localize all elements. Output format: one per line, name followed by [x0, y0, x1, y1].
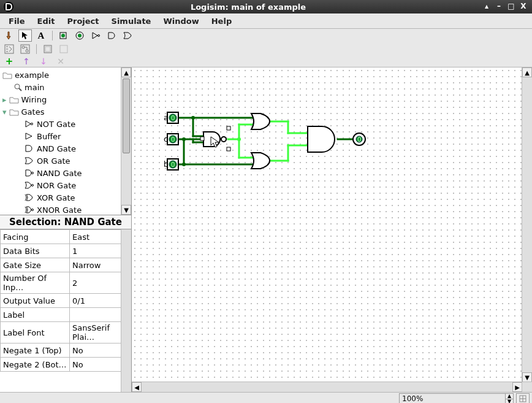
menu-project[interactable]: Project [61, 15, 105, 27]
add-circuit-button[interactable]: + [2, 55, 16, 67]
view-tree-icon[interactable] [2, 43, 16, 55]
menu-file[interactable]: File [2, 15, 31, 27]
tree-gate-xnor[interactable]: XNOR Gate [0, 204, 121, 215]
prop-value[interactable]: SansSerif Plai… [70, 322, 121, 344]
tree-circuit-main[interactable]: main [0, 81, 121, 93]
zoom-value[interactable]: 100% [400, 394, 505, 403]
prop-row[interactable]: FacingEast [1, 230, 121, 244]
tree-gate-xor[interactable]: XOR Gate [0, 191, 121, 204]
input-pin-b[interactable]: b 0 [164, 159, 178, 170]
window-maximize-button[interactable]: □ [506, 2, 516, 12]
prop-row[interactable]: Data Bits1 [1, 244, 121, 258]
prop-value[interactable]: 0/1 [70, 294, 121, 308]
edit-circuit-appearance-icon[interactable] [57, 43, 70, 55]
menu-help[interactable]: Help [205, 15, 238, 27]
text-tool-icon[interactable]: A [34, 29, 48, 42]
tree-scrollbar[interactable]: ▲ ▼ [121, 67, 131, 215]
output-pin-icon[interactable] [73, 29, 86, 42]
or-gate-icon[interactable] [121, 29, 134, 42]
svg-text:0: 0 [171, 161, 175, 168]
prop-value[interactable]: 1 [70, 244, 121, 258]
window-close-button[interactable]: X [519, 2, 528, 12]
scroll-up-icon[interactable]: ▲ [121, 67, 131, 77]
zoom-grid-icon[interactable] [516, 393, 530, 403]
prop-name: Data Bits [1, 244, 70, 258]
zoom-spinner[interactable]: 100% ▲ ▼ [399, 393, 514, 403]
select-tool-icon[interactable] [18, 29, 32, 42]
tree-gates[interactable]: ▾ Gates [0, 106, 121, 118]
scroll-down-icon[interactable]: ▼ [522, 372, 532, 382]
tree-gates-label: Gates [21, 107, 45, 117]
properties-scrollbar[interactable] [121, 229, 131, 392]
scroll-left-icon[interactable]: ◀ [132, 382, 142, 392]
scroll-down-icon[interactable]: ▼ [121, 205, 131, 215]
prop-row[interactable]: Label FontSansSerif Plai… [1, 322, 121, 344]
prop-name: Label Font [1, 322, 70, 344]
and-gate-icon[interactable] [105, 29, 118, 42]
prop-row[interactable]: Output Value0/1 [1, 294, 121, 308]
window-minimize-button[interactable]: – [494, 2, 504, 12]
circuit-canvas[interactable]: a 0 c 0 b 0 [132, 67, 522, 382]
input-pin-icon[interactable] [57, 29, 70, 42]
menu-simulate[interactable]: Simulate [105, 15, 158, 27]
nand-gate-component[interactable] [200, 126, 230, 151]
prop-value[interactable]: No [70, 358, 121, 372]
svg-point-16 [32, 185, 34, 186]
edit-circuit-layout-icon[interactable] [41, 43, 55, 55]
selection-handle[interactable] [227, 126, 230, 130]
menu-edit[interactable]: Edit [31, 15, 61, 27]
properties-panel: FacingEast Data Bits1 Gate SizeNarrow Nu… [0, 229, 131, 392]
prop-row[interactable]: Gate SizeNarrow [1, 258, 121, 272]
poke-tool-icon[interactable] [2, 29, 16, 42]
canvas-scrollbar-horizontal[interactable]: ◀ ▶ [132, 382, 522, 392]
prop-value[interactable]: No [70, 344, 121, 358]
menu-window[interactable]: Window [157, 15, 205, 27]
scroll-thumb[interactable] [123, 79, 130, 153]
window-shade-button[interactable]: ▴ [482, 2, 492, 12]
scroll-right-icon[interactable]: ▶ [512, 382, 522, 392]
prop-row[interactable]: Number Of Inp…2 [1, 272, 121, 294]
not-gate-icon[interactable] [89, 29, 102, 42]
or-gate-top-component[interactable] [251, 113, 270, 129]
main-toolbar: A [0, 29, 532, 42]
svg-rect-11 [60, 45, 67, 53]
prop-value[interactable]: 2 [70, 272, 121, 294]
tree-gate-nor[interactable]: NOR Gate [0, 179, 121, 191]
tree-gate-nand[interactable]: NAND Gate [0, 167, 121, 179]
prop-row[interactable]: Negate 2 (Bot…No [1, 358, 121, 372]
canvas-scrollbar-vertical[interactable]: ▲ ▼ [522, 67, 532, 382]
zoom-down-icon[interactable]: ▼ [505, 399, 513, 404]
and-gate-component[interactable] [308, 126, 335, 152]
move-up-button[interactable]: ↑ [20, 55, 33, 67]
input-pin-a[interactable]: a 0 [164, 112, 178, 123]
xnor-gate-icon [25, 205, 34, 214]
prop-value[interactable]: East [70, 230, 121, 244]
zoom-up-icon[interactable]: ▲ [505, 394, 513, 399]
wire-junction [182, 163, 186, 166]
prop-value[interactable] [70, 308, 121, 322]
app-icon [4, 2, 13, 12]
input-pin-c[interactable]: c 0 [164, 134, 178, 145]
selection-handle[interactable] [200, 137, 204, 140]
scroll-up-icon[interactable]: ▲ [522, 67, 532, 77]
tree-item-label: XOR Gate [37, 193, 75, 202]
tree-gate-and[interactable]: AND Gate [0, 142, 121, 155]
tree-gate-not[interactable]: NOT Gate [0, 118, 121, 130]
tree-gate-or[interactable]: OR Gate [0, 155, 121, 167]
svg-rect-10 [45, 47, 50, 52]
prop-value[interactable]: Narrow [70, 258, 121, 272]
or-gate-bottom-component[interactable] [251, 153, 270, 169]
tree-wiring[interactable]: ▸ Wiring [0, 93, 121, 106]
output-pin[interactable]: 0 [353, 133, 365, 145]
svg-line-13 [19, 88, 21, 91]
prop-row[interactable]: Negate 1 (Top)No [1, 344, 121, 358]
tree-gate-buffer[interactable]: Buffer [0, 130, 121, 142]
move-down-button[interactable]: ↓ [37, 55, 50, 67]
tree-wiring-label: Wiring [21, 95, 47, 104]
tree-project-root[interactable]: example [0, 69, 121, 81]
delete-circuit-button[interactable]: ✕ [54, 55, 67, 67]
prop-row[interactable]: Label [1, 308, 121, 322]
collapse-icon: ▾ [2, 107, 7, 117]
selection-handle[interactable] [227, 147, 230, 151]
view-simtree-icon[interactable] [18, 43, 32, 55]
